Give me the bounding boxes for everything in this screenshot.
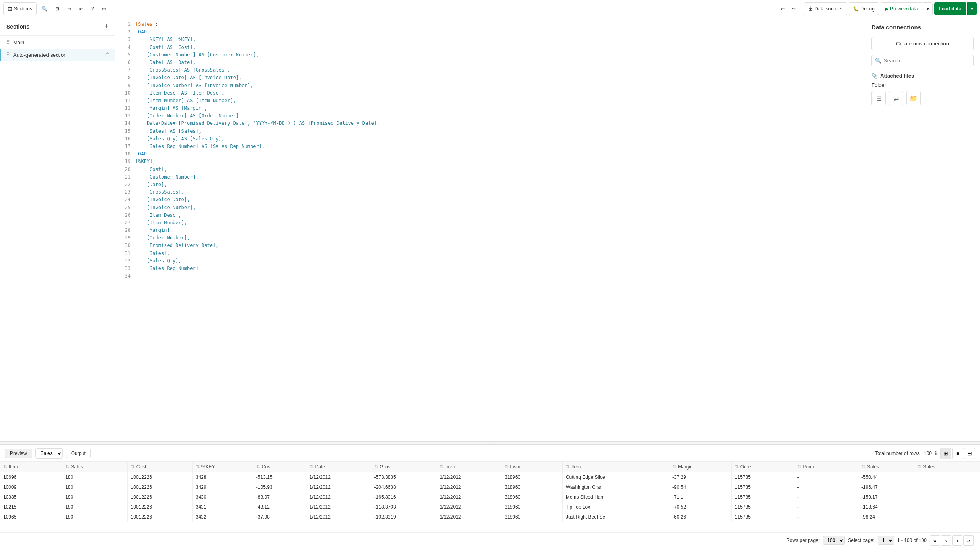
sidebar-title: Sections — [6, 23, 29, 30]
column-header-cost[interactable]: ⇅Cost — [253, 462, 306, 472]
sidebar-item-main[interactable]: ⠿ Main — [0, 36, 115, 49]
cell-sales: 180 — [62, 512, 128, 522]
file-icon-connection[interactable]: ⇄ — [889, 91, 903, 105]
drag-handle-icon: ⠿ — [6, 39, 10, 45]
file-icon-table[interactable]: ⊞ — [871, 91, 886, 105]
column-header-sales3[interactable]: ⇅Sales... — [914, 462, 980, 472]
last-page-button[interactable]: » — [963, 535, 974, 546]
cell-cost: -37.98 — [253, 512, 306, 522]
data-table: ⇅Item ...⇅Sales...⇅Cust...⇅%KEY⇅Cost⇅Dat… — [0, 462, 980, 522]
total-rows-value: 100 — [924, 451, 932, 456]
code-line: 23 [GrossSales], — [115, 188, 865, 196]
output-tab[interactable]: Output — [66, 449, 91, 458]
cell-sales2: -159.17 — [858, 492, 914, 502]
preview-dropdown-button[interactable]: ▾ — [923, 2, 933, 15]
create-connection-button[interactable]: Create new connection — [871, 37, 974, 50]
column-header-margin[interactable]: ⇅Margin — [669, 462, 732, 472]
cell-margin: -60.26 — [669, 512, 732, 522]
cell-item2: Moms Sliced Ham — [562, 492, 669, 502]
debug-button[interactable]: 🐛 Debug — [849, 2, 879, 15]
delete-section-button[interactable]: 🗑 — [105, 52, 110, 58]
column-header-invoi1[interactable]: ⇅Invoi... — [436, 462, 501, 472]
column-header-item[interactable]: ⇅Item ... — [0, 462, 62, 472]
layout-icon: ⊟ — [55, 6, 59, 12]
section-auto-label: Auto-generated section — [13, 52, 101, 58]
resize-handle[interactable]: ─ — [0, 441, 980, 445]
cell-sales3 — [914, 472, 980, 482]
add-section-button[interactable]: + — [104, 22, 109, 31]
code-line: 27 [Item Number], — [115, 219, 865, 227]
sidebar-item-auto-generated[interactable]: ⠿ Auto-generated section 🗑 — [0, 49, 115, 61]
attached-files-section: 📎 Attached files Folder ⊞ ⇄ 📁 — [871, 73, 974, 105]
redo-button[interactable]: ↪ — [789, 2, 799, 15]
code-line: 11 [Item Number] AS [Item Number], — [115, 97, 865, 105]
cell-cust: 10012226 — [127, 502, 192, 512]
cell-gros: -102.3319 — [371, 512, 436, 522]
cell-cust: 10012226 — [127, 512, 192, 522]
indent-icon: ⇥ — [67, 6, 71, 12]
code-editor[interactable]: 1[Sales]:2LOAD3 [%KEY] AS [%KEY],4 [Cost… — [115, 17, 865, 441]
code-line: 32 [Sales Qty], — [115, 257, 865, 265]
help-button[interactable]: ? — [88, 2, 97, 15]
column-header-prom[interactable]: ⇅Prom... — [794, 462, 858, 472]
cell-prom: - — [794, 502, 858, 512]
code-line: 25 [Invoice Number], — [115, 204, 865, 212]
cell-key: 3428 — [192, 472, 253, 482]
column-header-cust[interactable]: ⇅Cust... — [127, 462, 192, 472]
column-header-date[interactable]: ⇅Date — [306, 462, 371, 472]
undo-button[interactable]: ↩ — [777, 2, 788, 15]
cell-item: 10215 — [0, 502, 62, 512]
select-page-dropdown[interactable]: 1 — [878, 536, 894, 545]
code-line: 20 [Cost], — [115, 166, 865, 173]
cell-cust: 10012226 — [127, 472, 192, 482]
indent-button[interactable]: ⇥ — [64, 2, 74, 15]
column-header-sales[interactable]: ⇅Sales... — [62, 462, 128, 472]
cell-item: 10696 — [0, 472, 62, 482]
code-line: 29 [Order Number], — [115, 234, 865, 242]
comment-button[interactable]: ▭ — [99, 2, 109, 15]
column-header-gros[interactable]: ⇅Gros... — [371, 462, 436, 472]
bottom-area: Preview Sales Output Total number of row… — [0, 445, 980, 548]
cell-invoi1: 1/12/2012 — [436, 512, 501, 522]
load-data-button[interactable]: Load data — [934, 2, 966, 15]
page-range: 1 - 100 of 100 — [897, 538, 927, 543]
sales-select[interactable]: Sales — [35, 448, 63, 459]
first-page-button[interactable]: « — [930, 535, 940, 546]
table-view-button[interactable]: ⊞ — [940, 448, 951, 459]
rows-per-page-dropdown[interactable]: 100 — [823, 536, 845, 545]
grid-icon: ⊞ — [8, 6, 12, 12]
prev-page-button[interactable]: ‹ — [941, 535, 951, 546]
column-header-item2[interactable]: ⇅Item ... — [562, 462, 669, 472]
undo-icon: ↩ — [781, 6, 785, 12]
search-input[interactable] — [884, 58, 970, 64]
file-icon-folder[interactable]: 📁 — [906, 91, 921, 105]
list-view-button[interactable]: ≡ — [952, 448, 963, 459]
preview-data-button[interactable]: ▶ Preview data — [881, 2, 922, 15]
cell-invoi2: 318960 — [501, 502, 563, 512]
column-header-orde[interactable]: ⇅Orde... — [731, 462, 794, 472]
preview-tab[interactable]: Preview — [5, 449, 32, 458]
next-page-button[interactable]: › — [952, 535, 962, 546]
right-panel: Data connections Create new connection 🔍… — [865, 17, 980, 441]
total-rows-label: Total number of rows: — [875, 451, 921, 456]
table-row: 10965180100122263432-37.981/12/2012-102.… — [0, 512, 980, 522]
info-icon: ℹ — [935, 451, 937, 456]
layout-button[interactable]: ⊟ — [52, 2, 62, 15]
search-button[interactable]: 🔍 — [38, 2, 51, 15]
grid-view-button[interactable]: ⊟ — [964, 448, 975, 459]
code-line: 21 [Customer Number], — [115, 173, 865, 181]
load-dropdown-button[interactable]: ▾ — [967, 2, 977, 15]
column-header-invoi2[interactable]: ⇅Invoi... — [501, 462, 563, 472]
cell-sales2: -98.24 — [858, 512, 914, 522]
cell-gros: -165.8016 — [371, 492, 436, 502]
data-sources-label: Data sources — [814, 6, 843, 12]
sections-button[interactable]: ⊞ Sections — [3, 2, 37, 15]
code-line: 10 [Item Desc] AS [Item Desc], — [115, 89, 865, 97]
cell-orde: 115785 — [731, 482, 794, 492]
code-line: 8 [Invoice Date] AS [Invoice Date], — [115, 74, 865, 82]
data-sources-button[interactable]: 🗄 Data sources — [804, 2, 847, 15]
column-header-sales2[interactable]: ⇅Sales — [858, 462, 914, 472]
outdent-button[interactable]: ⇤ — [76, 2, 86, 15]
column-header-key[interactable]: ⇅%KEY — [192, 462, 253, 472]
cell-sales2: -113.64 — [858, 502, 914, 512]
